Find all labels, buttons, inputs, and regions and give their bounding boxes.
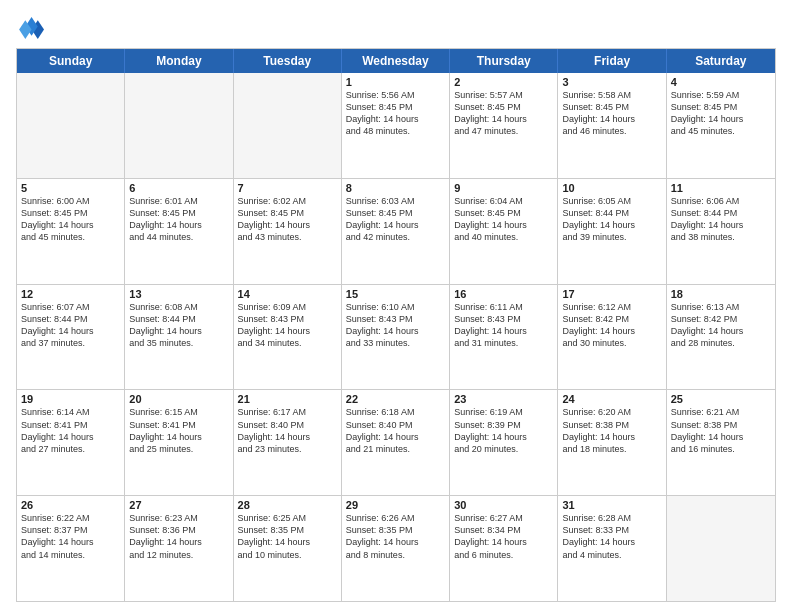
calendar-row-1: 5Sunrise: 6:00 AM Sunset: 8:45 PM Daylig… (17, 178, 775, 284)
cell-info: Sunrise: 6:14 AM Sunset: 8:41 PM Dayligh… (21, 406, 120, 455)
cell-info: Sunrise: 6:06 AM Sunset: 8:44 PM Dayligh… (671, 195, 771, 244)
day-number: 6 (129, 182, 228, 194)
cell-info: Sunrise: 6:10 AM Sunset: 8:43 PM Dayligh… (346, 301, 445, 350)
header-day-saturday: Saturday (667, 49, 775, 73)
cell-info: Sunrise: 6:05 AM Sunset: 8:44 PM Dayligh… (562, 195, 661, 244)
day-number: 3 (562, 76, 661, 88)
cell-info: Sunrise: 6:01 AM Sunset: 8:45 PM Dayligh… (129, 195, 228, 244)
header (16, 10, 776, 42)
cell-info: Sunrise: 6:00 AM Sunset: 8:45 PM Dayligh… (21, 195, 120, 244)
page: SundayMondayTuesdayWednesdayThursdayFrid… (0, 0, 792, 612)
cell-info: Sunrise: 6:23 AM Sunset: 8:36 PM Dayligh… (129, 512, 228, 561)
day-number: 13 (129, 288, 228, 300)
day-number: 30 (454, 499, 553, 511)
logo (16, 14, 48, 42)
calendar-cell-3-0: 19Sunrise: 6:14 AM Sunset: 8:41 PM Dayli… (17, 390, 125, 495)
cell-info: Sunrise: 5:56 AM Sunset: 8:45 PM Dayligh… (346, 89, 445, 138)
calendar-cell-4-3: 29Sunrise: 6:26 AM Sunset: 8:35 PM Dayli… (342, 496, 450, 601)
cell-info: Sunrise: 6:17 AM Sunset: 8:40 PM Dayligh… (238, 406, 337, 455)
calendar-cell-4-2: 28Sunrise: 6:25 AM Sunset: 8:35 PM Dayli… (234, 496, 342, 601)
cell-info: Sunrise: 6:02 AM Sunset: 8:45 PM Dayligh… (238, 195, 337, 244)
calendar-cell-3-3: 22Sunrise: 6:18 AM Sunset: 8:40 PM Dayli… (342, 390, 450, 495)
cell-info: Sunrise: 6:09 AM Sunset: 8:43 PM Dayligh… (238, 301, 337, 350)
calendar-cell-4-1: 27Sunrise: 6:23 AM Sunset: 8:36 PM Dayli… (125, 496, 233, 601)
day-number: 17 (562, 288, 661, 300)
logo-icon (16, 14, 44, 42)
cell-info: Sunrise: 6:26 AM Sunset: 8:35 PM Dayligh… (346, 512, 445, 561)
calendar-cell-1-2: 7Sunrise: 6:02 AM Sunset: 8:45 PM Daylig… (234, 179, 342, 284)
header-day-wednesday: Wednesday (342, 49, 450, 73)
day-number: 18 (671, 288, 771, 300)
day-number: 7 (238, 182, 337, 194)
header-day-sunday: Sunday (17, 49, 125, 73)
cell-info: Sunrise: 6:07 AM Sunset: 8:44 PM Dayligh… (21, 301, 120, 350)
calendar-body: 1Sunrise: 5:56 AM Sunset: 8:45 PM Daylig… (17, 73, 775, 601)
cell-info: Sunrise: 5:59 AM Sunset: 8:45 PM Dayligh… (671, 89, 771, 138)
calendar-cell-0-1 (125, 73, 233, 178)
day-number: 28 (238, 499, 337, 511)
calendar-cell-2-4: 16Sunrise: 6:11 AM Sunset: 8:43 PM Dayli… (450, 285, 558, 390)
day-number: 11 (671, 182, 771, 194)
calendar-cell-2-2: 14Sunrise: 6:09 AM Sunset: 8:43 PM Dayli… (234, 285, 342, 390)
day-number: 27 (129, 499, 228, 511)
cell-info: Sunrise: 6:20 AM Sunset: 8:38 PM Dayligh… (562, 406, 661, 455)
header-day-tuesday: Tuesday (234, 49, 342, 73)
calendar-cell-4-5: 31Sunrise: 6:28 AM Sunset: 8:33 PM Dayli… (558, 496, 666, 601)
cell-info: Sunrise: 6:22 AM Sunset: 8:37 PM Dayligh… (21, 512, 120, 561)
cell-info: Sunrise: 6:03 AM Sunset: 8:45 PM Dayligh… (346, 195, 445, 244)
calendar-header: SundayMondayTuesdayWednesdayThursdayFrid… (17, 49, 775, 73)
calendar-cell-2-6: 18Sunrise: 6:13 AM Sunset: 8:42 PM Dayli… (667, 285, 775, 390)
cell-info: Sunrise: 6:12 AM Sunset: 8:42 PM Dayligh… (562, 301, 661, 350)
calendar-cell-4-0: 26Sunrise: 6:22 AM Sunset: 8:37 PM Dayli… (17, 496, 125, 601)
day-number: 22 (346, 393, 445, 405)
calendar-cell-2-3: 15Sunrise: 6:10 AM Sunset: 8:43 PM Dayli… (342, 285, 450, 390)
day-number: 25 (671, 393, 771, 405)
day-number: 14 (238, 288, 337, 300)
header-day-friday: Friday (558, 49, 666, 73)
calendar-cell-3-4: 23Sunrise: 6:19 AM Sunset: 8:39 PM Dayli… (450, 390, 558, 495)
calendar-cell-0-5: 3Sunrise: 5:58 AM Sunset: 8:45 PM Daylig… (558, 73, 666, 178)
calendar-cell-1-5: 10Sunrise: 6:05 AM Sunset: 8:44 PM Dayli… (558, 179, 666, 284)
calendar-cell-3-1: 20Sunrise: 6:15 AM Sunset: 8:41 PM Dayli… (125, 390, 233, 495)
cell-info: Sunrise: 6:04 AM Sunset: 8:45 PM Dayligh… (454, 195, 553, 244)
cell-info: Sunrise: 5:57 AM Sunset: 8:45 PM Dayligh… (454, 89, 553, 138)
calendar-cell-3-5: 24Sunrise: 6:20 AM Sunset: 8:38 PM Dayli… (558, 390, 666, 495)
day-number: 23 (454, 393, 553, 405)
calendar-cell-1-4: 9Sunrise: 6:04 AM Sunset: 8:45 PM Daylig… (450, 179, 558, 284)
calendar-cell-2-0: 12Sunrise: 6:07 AM Sunset: 8:44 PM Dayli… (17, 285, 125, 390)
calendar-row-0: 1Sunrise: 5:56 AM Sunset: 8:45 PM Daylig… (17, 73, 775, 178)
calendar-cell-1-0: 5Sunrise: 6:00 AM Sunset: 8:45 PM Daylig… (17, 179, 125, 284)
calendar: SundayMondayTuesdayWednesdayThursdayFrid… (16, 48, 776, 602)
day-number: 5 (21, 182, 120, 194)
cell-info: Sunrise: 6:27 AM Sunset: 8:34 PM Dayligh… (454, 512, 553, 561)
calendar-cell-4-4: 30Sunrise: 6:27 AM Sunset: 8:34 PM Dayli… (450, 496, 558, 601)
cell-info: Sunrise: 6:11 AM Sunset: 8:43 PM Dayligh… (454, 301, 553, 350)
day-number: 1 (346, 76, 445, 88)
cell-info: Sunrise: 6:15 AM Sunset: 8:41 PM Dayligh… (129, 406, 228, 455)
day-number: 16 (454, 288, 553, 300)
header-day-thursday: Thursday (450, 49, 558, 73)
day-number: 10 (562, 182, 661, 194)
cell-info: Sunrise: 6:21 AM Sunset: 8:38 PM Dayligh… (671, 406, 771, 455)
cell-info: Sunrise: 6:18 AM Sunset: 8:40 PM Dayligh… (346, 406, 445, 455)
calendar-cell-0-4: 2Sunrise: 5:57 AM Sunset: 8:45 PM Daylig… (450, 73, 558, 178)
calendar-cell-0-2 (234, 73, 342, 178)
cell-info: Sunrise: 6:08 AM Sunset: 8:44 PM Dayligh… (129, 301, 228, 350)
day-number: 26 (21, 499, 120, 511)
day-number: 8 (346, 182, 445, 194)
calendar-cell-1-6: 11Sunrise: 6:06 AM Sunset: 8:44 PM Dayli… (667, 179, 775, 284)
calendar-cell-0-3: 1Sunrise: 5:56 AM Sunset: 8:45 PM Daylig… (342, 73, 450, 178)
cell-info: Sunrise: 6:28 AM Sunset: 8:33 PM Dayligh… (562, 512, 661, 561)
calendar-cell-3-2: 21Sunrise: 6:17 AM Sunset: 8:40 PM Dayli… (234, 390, 342, 495)
calendar-cell-1-3: 8Sunrise: 6:03 AM Sunset: 8:45 PM Daylig… (342, 179, 450, 284)
cell-info: Sunrise: 6:25 AM Sunset: 8:35 PM Dayligh… (238, 512, 337, 561)
day-number: 31 (562, 499, 661, 511)
day-number: 21 (238, 393, 337, 405)
calendar-cell-2-1: 13Sunrise: 6:08 AM Sunset: 8:44 PM Dayli… (125, 285, 233, 390)
day-number: 12 (21, 288, 120, 300)
day-number: 2 (454, 76, 553, 88)
day-number: 20 (129, 393, 228, 405)
day-number: 19 (21, 393, 120, 405)
cell-info: Sunrise: 5:58 AM Sunset: 8:45 PM Dayligh… (562, 89, 661, 138)
day-number: 29 (346, 499, 445, 511)
